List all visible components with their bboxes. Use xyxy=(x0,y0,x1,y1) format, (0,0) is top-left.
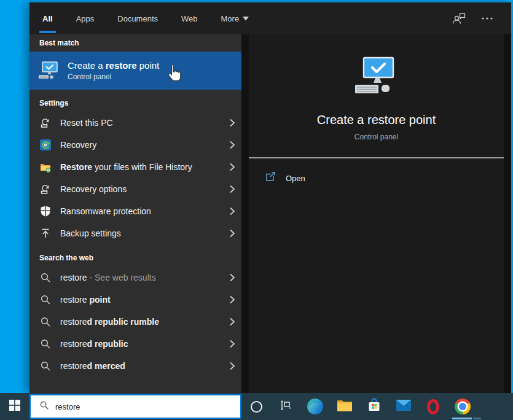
search-filter-tabs: All Apps Documents Web More xyxy=(29,2,511,34)
open-external-icon xyxy=(265,171,276,185)
start-button[interactable] xyxy=(0,393,29,420)
windows-logo-icon xyxy=(9,400,20,413)
start-search-flyout: All Apps Documents Web More xyxy=(29,2,511,393)
edge-button[interactable] xyxy=(300,393,330,420)
chevron-right-icon xyxy=(223,295,241,305)
chevron-right-icon xyxy=(223,140,241,150)
reset-pc-icon xyxy=(39,117,52,129)
tab-documents[interactable]: Documents xyxy=(114,2,161,34)
tab-more-label: More xyxy=(221,14,240,23)
search-icon xyxy=(39,400,49,413)
ellipsis-menu-icon[interactable] xyxy=(482,17,493,20)
system-restore-monitor-icon xyxy=(350,56,403,99)
web-result-restored-merced[interactable]: restored merced xyxy=(29,355,241,377)
tab-web[interactable]: Web xyxy=(178,2,201,34)
settings-section-header: Settings xyxy=(29,95,241,112)
web-result-restored-republic[interactable]: restored republic xyxy=(29,333,241,355)
account-feedback-icon[interactable] xyxy=(452,12,466,25)
preview-subtitle: Control panel xyxy=(354,133,398,141)
tab-apps[interactable]: Apps xyxy=(73,2,98,34)
search-input-value: restore xyxy=(55,402,80,411)
tab-all-label: All xyxy=(42,14,53,23)
tab-apps-label: Apps xyxy=(76,14,95,23)
tab-documents-label: Documents xyxy=(117,14,158,23)
chevron-down-icon xyxy=(243,17,249,21)
cortana-icon xyxy=(251,401,262,413)
search-icon xyxy=(39,338,52,350)
web-result-restore[interactable]: restore - See web results xyxy=(29,266,241,289)
preview-pane: Create a restore point Control panel Ope… xyxy=(249,34,504,393)
chevron-right-icon xyxy=(223,317,241,327)
file-explorer-icon xyxy=(337,399,353,414)
best-match-section-label: Best match xyxy=(39,39,79,47)
result-recovery-options[interactable]: Recovery options xyxy=(29,178,241,200)
taskbar: restore xyxy=(0,393,513,420)
result-label: Recovery options xyxy=(60,184,223,194)
preview-title: Create a restore point xyxy=(317,113,436,127)
web-section-label: Search the web xyxy=(39,254,93,262)
microsoft-store-button[interactable] xyxy=(359,393,389,420)
web-result-restore-point[interactable]: restore point xyxy=(29,289,241,311)
open-action-label: Open xyxy=(286,174,305,183)
chrome-icon xyxy=(455,399,471,414)
best-match-section-header: Best match xyxy=(29,34,241,52)
open-action[interactable]: Open xyxy=(249,166,504,190)
edge-icon xyxy=(307,399,323,414)
result-reset-this-pc[interactable]: Reset this PC xyxy=(29,112,241,134)
tab-web-label: Web xyxy=(181,14,198,23)
file-explorer-button[interactable] xyxy=(330,393,359,420)
best-match-title: Create a restore point xyxy=(68,60,159,71)
result-recovery[interactable]: Recovery xyxy=(29,134,241,156)
chevron-right-icon xyxy=(223,206,241,216)
recovery-control-panel-icon xyxy=(39,139,52,151)
result-label: Backup settings xyxy=(60,228,223,238)
result-backup-settings[interactable]: Backup settings xyxy=(29,222,241,244)
chrome-button[interactable] xyxy=(448,393,477,420)
mail-button[interactable] xyxy=(389,393,418,420)
tab-all[interactable]: All xyxy=(39,2,56,34)
result-label: Recovery xyxy=(60,140,223,150)
preview-separator xyxy=(249,157,504,158)
tab-more[interactable]: More xyxy=(218,2,253,34)
microsoft-store-icon xyxy=(367,398,382,415)
result-label: restored merced xyxy=(60,361,223,371)
scrollbar-track[interactable] xyxy=(504,34,511,393)
taskbar-search-input[interactable]: restore xyxy=(29,394,241,419)
chevron-right-icon xyxy=(223,162,241,172)
search-icon xyxy=(39,271,52,284)
search-icon xyxy=(39,294,52,306)
result-restore-files-file-history[interactable]: Restore your files with File History xyxy=(29,156,241,178)
result-label: restore - See web results xyxy=(60,273,223,282)
web-result-restored-republic-rumble[interactable]: restored republic rumble xyxy=(29,311,241,333)
backup-upload-icon xyxy=(39,227,52,239)
result-label: restored republic xyxy=(60,339,223,349)
search-icon xyxy=(39,316,52,328)
result-label: restore point xyxy=(60,295,223,305)
mail-icon xyxy=(396,399,412,414)
active-app-indicator-secondary xyxy=(473,418,481,419)
reset-pc-icon xyxy=(39,183,52,195)
active-app-indicator xyxy=(452,418,472,419)
result-label: Reset this PC xyxy=(60,118,223,128)
opera-button[interactable] xyxy=(418,393,448,420)
result-ransomware-protection[interactable]: Ransomware protection xyxy=(29,200,241,222)
best-match-result[interactable]: Create a restore point Control panel xyxy=(29,52,241,90)
result-label: Restore your files with File History xyxy=(60,162,223,172)
chevron-right-icon xyxy=(223,184,241,194)
system-restore-monitor-icon xyxy=(37,61,61,80)
defender-shield-icon xyxy=(39,205,52,217)
chevron-right-icon xyxy=(223,273,241,282)
cortana-button[interactable] xyxy=(241,393,271,420)
file-history-folder-icon xyxy=(39,161,52,173)
task-view-icon xyxy=(280,399,292,414)
chevron-right-icon xyxy=(223,118,241,128)
opera-icon xyxy=(427,399,439,414)
chevron-right-icon xyxy=(223,339,241,349)
settings-section-label: Settings xyxy=(39,99,68,107)
search-icon xyxy=(39,360,52,372)
task-view-button[interactable] xyxy=(271,393,300,420)
web-section-header: Search the web xyxy=(29,249,241,266)
chevron-right-icon xyxy=(223,228,241,238)
desktop: All Apps Documents Web More xyxy=(0,0,513,420)
results-list: Best match Create a restore point xyxy=(29,34,241,393)
